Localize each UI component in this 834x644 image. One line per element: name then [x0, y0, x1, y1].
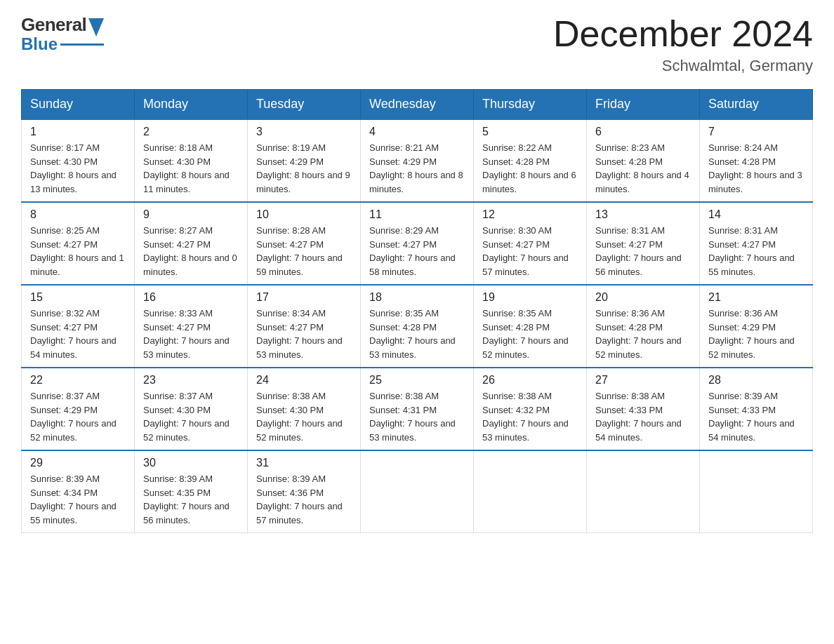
calendar-cell: 16Sunrise: 8:33 AMSunset: 4:27 PMDayligh… — [135, 285, 248, 368]
day-info: Sunrise: 8:19 AMSunset: 4:29 PMDaylight:… — [256, 141, 352, 196]
daylight: Daylight: 8 hours and 4 minutes. — [595, 170, 689, 194]
sunset: Sunset: 4:34 PM — [30, 488, 98, 498]
logo-top: General — [21, 14, 104, 36]
sunset: Sunset: 4:27 PM — [708, 239, 776, 250]
calendar-table: SundayMondayTuesdayWednesdayThursdayFrid… — [21, 89, 813, 533]
daylight: Daylight: 7 hours and 53 minutes. — [143, 335, 230, 360]
day-info: Sunrise: 8:37 AMSunset: 4:29 PMDaylight:… — [30, 389, 126, 444]
day-number: 22 — [30, 374, 126, 387]
sunrise: Sunrise: 8:39 AM — [708, 391, 778, 401]
calendar-cell: 12Sunrise: 8:30 AMSunset: 4:27 PMDayligh… — [474, 202, 587, 285]
daylight: Daylight: 7 hours and 55 minutes. — [30, 501, 117, 525]
sunset: Sunset: 4:27 PM — [143, 322, 211, 333]
sunset: Sunset: 4:30 PM — [143, 156, 211, 167]
sunset: Sunset: 4:29 PM — [256, 156, 324, 167]
sunrise: Sunrise: 8:29 AM — [369, 225, 439, 236]
logo-bottom: Blue — [21, 34, 104, 54]
day-number: 17 — [256, 291, 352, 304]
calendar-cell — [700, 450, 813, 533]
calendar-cell: 11Sunrise: 8:29 AMSunset: 4:27 PMDayligh… — [361, 202, 474, 285]
day-of-week-header: Tuesday — [248, 90, 361, 120]
day-number: 21 — [708, 291, 804, 304]
logo-triangle-icon — [88, 18, 104, 36]
sunrise: Sunrise: 8:39 AM — [256, 474, 326, 484]
calendar-cell: 28Sunrise: 8:39 AMSunset: 4:33 PMDayligh… — [700, 368, 813, 450]
calendar-cell: 20Sunrise: 8:36 AMSunset: 4:28 PMDayligh… — [587, 285, 700, 368]
sunset: Sunset: 4:29 PM — [708, 322, 776, 333]
sunset: Sunset: 4:27 PM — [143, 239, 211, 250]
sunset: Sunset: 4:27 PM — [369, 239, 437, 250]
daylight: Daylight: 7 hours and 57 minutes. — [482, 253, 569, 277]
calendar-cell: 1Sunrise: 8:17 AMSunset: 4:30 PMDaylight… — [22, 119, 135, 202]
day-number: 3 — [256, 126, 352, 138]
sunrise: Sunrise: 8:37 AM — [30, 391, 100, 401]
sunrise: Sunrise: 8:33 AM — [143, 308, 213, 318]
daylight: Daylight: 7 hours and 54 minutes. — [30, 335, 117, 360]
daylight: Daylight: 7 hours and 59 minutes. — [256, 253, 343, 277]
calendar-cell: 14Sunrise: 8:31 AMSunset: 4:27 PMDayligh… — [700, 202, 813, 285]
sunrise: Sunrise: 8:38 AM — [369, 391, 439, 401]
sunrise: Sunrise: 8:31 AM — [708, 225, 778, 236]
week-row: 22Sunrise: 8:37 AMSunset: 4:29 PMDayligh… — [22, 368, 813, 450]
daylight: Daylight: 8 hours and 0 minutes. — [143, 253, 237, 277]
day-info: Sunrise: 8:29 AMSunset: 4:27 PMDaylight:… — [369, 224, 465, 279]
day-number: 6 — [595, 126, 691, 138]
month-title: December 2024 — [553, 14, 813, 54]
day-info: Sunrise: 8:33 AMSunset: 4:27 PMDaylight:… — [143, 307, 239, 361]
sunrise: Sunrise: 8:25 AM — [30, 225, 100, 236]
day-number: 27 — [595, 374, 691, 387]
day-number: 12 — [482, 208, 578, 221]
calendar-cell: 5Sunrise: 8:22 AMSunset: 4:28 PMDaylight… — [474, 119, 587, 202]
day-info: Sunrise: 8:31 AMSunset: 4:27 PMDaylight:… — [708, 224, 804, 279]
calendar-cell: 26Sunrise: 8:38 AMSunset: 4:32 PMDayligh… — [474, 368, 587, 450]
calendar-cell: 7Sunrise: 8:24 AMSunset: 4:28 PMDaylight… — [700, 119, 813, 202]
day-number: 23 — [143, 374, 239, 387]
day-number: 30 — [143, 457, 239, 469]
sunrise: Sunrise: 8:39 AM — [30, 474, 100, 484]
sunrise: Sunrise: 8:21 AM — [369, 142, 439, 153]
calendar-cell: 3Sunrise: 8:19 AMSunset: 4:29 PMDaylight… — [248, 119, 361, 202]
day-number: 10 — [256, 208, 352, 221]
day-info: Sunrise: 8:39 AMSunset: 4:34 PMDaylight:… — [30, 472, 126, 527]
day-info: Sunrise: 8:38 AMSunset: 4:30 PMDaylight:… — [256, 389, 352, 444]
calendar-cell: 24Sunrise: 8:38 AMSunset: 4:30 PMDayligh… — [248, 368, 361, 450]
day-info: Sunrise: 8:38 AMSunset: 4:32 PMDaylight:… — [482, 389, 578, 444]
day-info: Sunrise: 8:38 AMSunset: 4:31 PMDaylight:… — [369, 389, 465, 444]
calendar-cell — [474, 450, 587, 533]
daylight: Daylight: 7 hours and 52 minutes. — [595, 335, 682, 360]
week-row: 1Sunrise: 8:17 AMSunset: 4:30 PMDaylight… — [22, 119, 813, 202]
daylight: Daylight: 7 hours and 57 minutes. — [256, 501, 343, 525]
day-info: Sunrise: 8:36 AMSunset: 4:29 PMDaylight:… — [708, 307, 804, 361]
day-of-week-header: Friday — [587, 90, 700, 120]
day-number: 2 — [143, 126, 239, 138]
day-number: 29 — [30, 457, 126, 469]
sunset: Sunset: 4:35 PM — [143, 488, 211, 498]
calendar-cell: 19Sunrise: 8:35 AMSunset: 4:28 PMDayligh… — [474, 285, 587, 368]
calendar-cell: 27Sunrise: 8:38 AMSunset: 4:33 PMDayligh… — [587, 368, 700, 450]
day-number: 19 — [482, 291, 578, 304]
day-number: 14 — [708, 208, 804, 221]
sunset: Sunset: 4:27 PM — [482, 239, 550, 250]
day-of-week-header: Wednesday — [361, 90, 474, 120]
daylight: Daylight: 8 hours and 1 minute. — [30, 253, 124, 277]
day-info: Sunrise: 8:32 AMSunset: 4:27 PMDaylight:… — [30, 307, 126, 361]
day-number: 5 — [482, 126, 578, 138]
daylight: Daylight: 7 hours and 54 minutes. — [708, 418, 795, 443]
sunset: Sunset: 4:32 PM — [482, 405, 550, 415]
day-info: Sunrise: 8:22 AMSunset: 4:28 PMDaylight:… — [482, 141, 578, 196]
sunset: Sunset: 4:30 PM — [143, 405, 211, 415]
sunset: Sunset: 4:28 PM — [482, 156, 550, 167]
sunrise: Sunrise: 8:22 AM — [482, 142, 552, 153]
sunset: Sunset: 4:28 PM — [708, 156, 776, 167]
daylight: Daylight: 7 hours and 52 minutes. — [482, 335, 569, 360]
daylight: Daylight: 7 hours and 53 minutes. — [256, 335, 343, 360]
calendar-cell: 22Sunrise: 8:37 AMSunset: 4:29 PMDayligh… — [22, 368, 135, 450]
daylight: Daylight: 8 hours and 9 minutes. — [256, 170, 350, 194]
sunrise: Sunrise: 8:18 AM — [143, 142, 213, 153]
sunrise: Sunrise: 8:27 AM — [143, 225, 213, 236]
sunset: Sunset: 4:33 PM — [708, 405, 776, 415]
sunset: Sunset: 4:30 PM — [256, 405, 324, 415]
day-of-week-header: Sunday — [22, 90, 135, 120]
logo-blue-text: Blue — [21, 34, 58, 54]
calendar-cell: 10Sunrise: 8:28 AMSunset: 4:27 PMDayligh… — [248, 202, 361, 285]
